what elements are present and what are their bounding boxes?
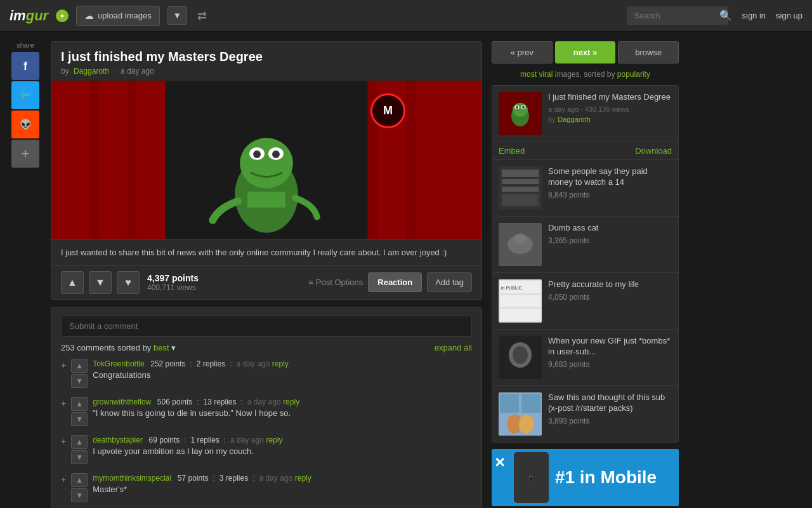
sidebar-thumb-2: in PUBLIC [499,279,542,323]
logo[interactable]: imgur [10,8,48,24]
svg-point-20 [516,106,518,109]
comment-author-link[interactable]: TokGreenbottle [93,359,144,368]
post-image-wrap: M [51,81,481,239]
most-viral-text: most viral [520,70,553,79]
favorite-button[interactable]: ♥ [117,271,140,294]
downvote-button[interactable]: ▼ [89,271,112,294]
search-icon-button[interactable]: 🔍 [719,10,732,22]
sidebar-featured-item[interactable]: I just finished my Masters Degree a day … [492,86,678,142]
comment-upvote-button[interactable]: ▲ [71,473,88,487]
sidebar-item-info: Some people say they paid money to watch… [548,166,672,210]
sidebar: « prev next » browse most viral images, … [492,41,679,498]
comment-replies[interactable]: 3 replies [219,474,248,483]
comment-reply-link[interactable]: reply [272,359,289,368]
comment-replies[interactable]: 1 replies [191,436,219,444]
by-label: by [548,116,556,123]
embed-link[interactable]: Embed [499,146,525,156]
comment-votes: ▲ ▼ [71,359,88,388]
post-box: I just finished my Masters Degree by Dag… [51,41,482,300]
comment-replies[interactable]: 2 replies [197,359,225,368]
comment-author-link[interactable]: mymomthinksimspecial [93,474,171,483]
featured-author-link[interactable]: Daggaroth [558,116,590,123]
comment-downvote-button[interactable]: ▼ [71,374,88,388]
signin-link[interactable]: sign in [742,11,766,20]
post-options-button[interactable]: ≡ Post Options [308,277,363,287]
download-link[interactable]: Download [635,146,672,156]
sidebar-list-item[interactable]: Dumb ass cat 3,365 points [492,217,678,273]
upvote-button[interactable]: ▲ [61,271,84,294]
comment-votes: ▲ ▼ [71,397,88,426]
comment-collapse-button[interactable]: + [61,436,66,446]
featured-title-link[interactable]: I just finished my Masters Degree [548,92,671,102]
more-share-button[interactable]: + [11,140,39,168]
comment-item: + ▲ ▼ TokGreenbottle 252 points ː 2 repl… [61,359,472,388]
comment-replies[interactable]: 13 replies [204,398,237,406]
sidebar-thumb-0 [499,166,542,210]
ad-close-button[interactable]: × [495,452,505,472]
svg-rect-7 [405,81,415,239]
comment-meta: TokGreenbottle 252 points ː 2 replies ː … [93,359,472,368]
comment-time: a day ago [247,398,281,406]
comment-reply-link[interactable]: reply [266,436,282,444]
addtag-button[interactable]: Add tag [427,272,472,292]
comment-downvote-button[interactable]: ▼ [71,412,88,426]
sidebar-list-item[interactable]: When your new GIF just *bombs* in user-s… [492,330,678,386]
sidebar-item-points: 9,683 points [548,360,672,369]
comment-author-link[interactable]: grownwiththeflow [93,398,151,406]
prev-button[interactable]: « prev [492,41,553,64]
comment-upvote-button[interactable]: ▲ [71,359,88,373]
svg-rect-26 [502,194,539,206]
sidebar-item-title: Saw this and thought of this sub (x-post… [548,392,672,414]
shuffle-button[interactable]: ⇄ [197,9,207,23]
expand-all-link[interactable]: expand all [435,343,472,352]
svg-point-29 [514,234,527,244]
sort-by-link[interactable]: best [154,343,169,352]
svg-point-37 [513,346,528,364]
sidebar-list-item[interactable]: in PUBLIC Pretty accurate to my life 4,0… [492,273,678,330]
comment-upvote-button[interactable]: ▲ [71,397,88,411]
reaction-button[interactable]: Reaction [368,272,422,292]
post-image-svg [51,81,481,239]
post-author-link[interactable]: Daggaroth [74,67,109,76]
share-label: share [16,41,34,49]
signup-link[interactable]: sign up [776,11,802,20]
featured-thumb-img [499,92,542,135]
twitter-share-button[interactable]: 🐦 [11,81,39,109]
comment-collapse-button[interactable]: + [61,360,66,370]
embed-download-bar: Embed Download [492,142,678,160]
post-title: I just finished my Masters Degree [61,50,472,64]
featured-by: by Daggaroth [548,114,672,124]
comment-input[interactable] [61,316,472,337]
heart-icon: ♥ [125,277,131,288]
reddit-share-button[interactable]: 👽 [11,110,39,138]
sidebar-list-item[interactable]: Saw this and thought of this sub (x-post… [492,386,678,442]
sidebar-thumb-3 [499,336,542,379]
comment-reply-link[interactable]: reply [295,474,311,483]
comment-upvote-button[interactable]: ▲ [71,435,88,449]
comment-collapse-button[interactable]: + [61,398,66,408]
pause-button[interactable]: M [370,93,405,128]
search-input[interactable] [627,6,728,25]
comments-sort-bar: 253 comments sorted by best ▾ expand all [61,343,472,352]
comment-downvote-button[interactable]: ▼ [71,450,88,464]
post-header: I just finished my Masters Degree by Dag… [51,42,481,81]
svg-point-42 [519,415,534,434]
comment-text: "I know this is going to die in usersub.… [93,408,472,418]
featured-info: I just finished my Masters Degree a day … [548,92,672,135]
comment-author-link[interactable]: deathbystapler [93,436,143,444]
upload-dropdown-button[interactable]: ▼ [167,6,187,25]
comment-collapse-button[interactable]: + [61,474,66,485]
upload-images-button[interactable]: ☁ upload images [76,6,160,26]
next-button[interactable]: next » [555,41,616,64]
sidebar-item-points: 8,843 points [548,190,672,199]
comment-count: 253 [61,343,75,352]
dropdown-icon[interactable]: ▾ [171,343,176,352]
comment-reply-link[interactable]: reply [283,398,299,406]
comment-downvote-button[interactable]: ▼ [71,488,88,502]
facebook-share-button[interactable]: f [11,52,39,80]
browse-button[interactable]: browse [618,41,679,64]
sidebar-list-item[interactable]: Some people say they paid money to watch… [492,160,678,217]
svg-point-17 [513,103,528,117]
sidebar-content-box: I just finished my Masters Degree a day … [492,85,679,443]
center-content: I just finished my Masters Degree by Dag… [51,41,482,498]
